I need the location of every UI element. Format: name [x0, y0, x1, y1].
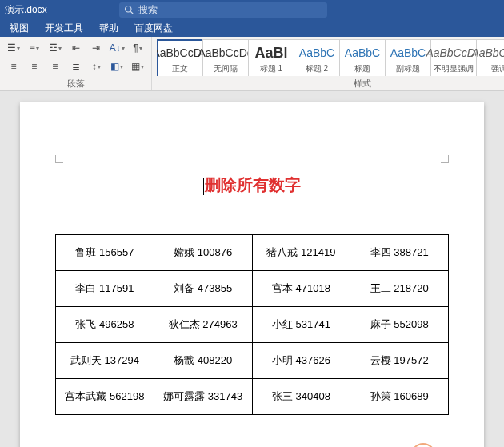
style-item-7[interactable]: AaBbCcDd强调 [476, 39, 504, 76]
search-icon [124, 5, 134, 14]
style-label: 标题 [354, 63, 370, 74]
highlight-ring [410, 443, 436, 447]
table-cell[interactable]: 杨戬 408220 [154, 343, 252, 379]
table-cell[interactable]: 王二 218720 [350, 271, 449, 307]
table-row: 张飞 496258狄仁杰 274963小红 531741麻子 552098 [56, 307, 449, 343]
table-cell[interactable]: 武则天 137294 [56, 343, 154, 379]
table-row: 武则天 137294杨戬 408220小明 437626云樱 197572 [56, 343, 449, 379]
table-cell[interactable]: 小明 437626 [252, 343, 350, 379]
show-marks-button[interactable]: ¶▾ [129, 39, 146, 57]
increase-indent-button[interactable]: ⇥ [87, 39, 105, 57]
table-cell[interactable]: 张三 340408 [252, 379, 350, 415]
shading-button[interactable]: ◧▾ [108, 58, 126, 75]
group-styles: AaBbCcDd正文AaBbCcDd无间隔AaBl标题 1AaBbC标题 2Aa… [152, 37, 504, 90]
style-label: 强调 [491, 63, 504, 74]
search-placeholder: 搜索 [138, 3, 158, 17]
document-area[interactable]: 删除所有数字 鲁班 156557嫦娥 100876猪八戒 121419李四 38… [0, 91, 504, 447]
style-label: 正文 [172, 63, 188, 74]
document-title-text: 删除所有数字 [205, 176, 301, 194]
style-item-3[interactable]: AaBbC标题 2 [294, 39, 340, 76]
style-item-6[interactable]: AaBbCcDd不明显强调 [430, 39, 477, 76]
style-item-5[interactable]: AaBbC副标题 [385, 39, 431, 76]
style-label: 不明显强调 [434, 63, 474, 74]
crop-mark-tr [436, 150, 449, 163]
group-label-styles: 样式 [157, 78, 504, 90]
tab-developer[interactable]: 开发工具 [37, 19, 91, 37]
table-cell[interactable]: 嫦娥 100876 [154, 235, 252, 271]
table-cell[interactable]: 宫本 471018 [252, 271, 350, 307]
table-row: 宫本武藏 562198娜可露露 331743张三 340408孙策 160689 [56, 379, 449, 415]
table-cell[interactable]: 麻子 552098 [350, 307, 449, 343]
style-label: 无间隔 [214, 63, 238, 74]
table-cell[interactable]: 娜可露露 331743 [154, 379, 252, 415]
ribbon-tabs: 视图 开发工具 帮助 百度网盘 [0, 19, 504, 37]
table-cell[interactable]: 孙策 160689 [350, 379, 449, 415]
style-preview: AaBbCcDd [198, 42, 253, 63]
align-right-button[interactable]: ≡ [46, 58, 64, 75]
table-cell[interactable]: 宫本武藏 562198 [56, 379, 154, 415]
group-label-paragraph: 段落 [5, 78, 146, 90]
table-cell[interactable]: 狄仁杰 274963 [154, 307, 252, 343]
table-cell[interactable]: 鲁班 156557 [56, 235, 154, 271]
bullets-button[interactable]: ☰▾ [5, 39, 22, 57]
document-title: 删除所有数字 [55, 174, 449, 196]
style-item-1[interactable]: AaBbCcDd无间隔 [202, 39, 249, 76]
style-item-4[interactable]: AaBbC标题 [339, 39, 386, 76]
style-preview: AaBbC [345, 42, 380, 63]
crop-mark-tl [55, 150, 68, 163]
table-row: 李白 117591刘备 473855宫本 471018王二 218720 [56, 271, 449, 307]
document-filename: 演示.docx [5, 3, 47, 17]
tab-view[interactable]: 视图 [2, 19, 37, 37]
table-cell[interactable]: 猪八戒 121419 [252, 235, 350, 271]
table-row: 鲁班 156557嫦娥 100876猪八戒 121419李四 388721 [56, 235, 449, 271]
justify-button[interactable]: ≣ [67, 58, 85, 75]
line-spacing-button[interactable]: ↕▾ [87, 58, 105, 75]
table-cell[interactable]: 云樱 197572 [350, 343, 449, 379]
numbering-button[interactable]: ≡▾ [26, 39, 43, 57]
borders-button[interactable]: ▦▾ [129, 58, 146, 75]
table-cell[interactable]: 李四 388721 [350, 235, 449, 271]
text-caret [203, 178, 204, 195]
style-item-0[interactable]: AaBbCcDd正文 [157, 39, 203, 76]
align-left-button[interactable]: ≡ [5, 58, 22, 75]
svg-line-1 [130, 11, 133, 14]
align-center-button[interactable]: ≡ [26, 58, 43, 75]
table-cell[interactable]: 李白 117591 [56, 271, 154, 307]
table-cell[interactable]: 刘备 473855 [154, 271, 252, 307]
style-label: 副标题 [396, 63, 420, 74]
style-preview: AaBbC [299, 42, 334, 63]
sort-button[interactable]: A↓▾ [108, 39, 126, 57]
multilevel-list-button[interactable]: ☲▾ [46, 39, 64, 57]
title-bar: 演示.docx 搜索 [0, 0, 504, 19]
tab-help[interactable]: 帮助 [91, 19, 126, 37]
style-label: 标题 2 [306, 63, 328, 74]
style-preview: AaBbCcDd [471, 42, 504, 63]
search-box[interactable]: 搜索 [119, 2, 327, 18]
tab-baidu[interactable]: 百度网盘 [126, 19, 181, 37]
svg-point-0 [125, 6, 131, 13]
page: 删除所有数字 鲁班 156557嫦娥 100876猪八戒 121419李四 38… [20, 102, 484, 447]
ribbon: ☰▾ ≡▾ ☲▾ ⇤ ⇥ A↓▾ ¶▾ ≡ ≡ ≡ ≣ ↕▾ ◧▾ ▦▾ 段落 … [0, 37, 504, 91]
style-label: 标题 1 [260, 63, 282, 74]
style-item-2[interactable]: AaBl标题 1 [248, 39, 294, 76]
decrease-indent-button[interactable]: ⇤ [67, 39, 85, 57]
table-cell[interactable]: 张飞 496258 [56, 307, 154, 343]
group-paragraph: ☰▾ ≡▾ ☲▾ ⇤ ⇥ A↓▾ ¶▾ ≡ ≡ ≡ ≣ ↕▾ ◧▾ ▦▾ 段落 [0, 37, 152, 90]
style-preview: AaBbC [390, 42, 426, 63]
table-cell[interactable]: 小红 531741 [252, 307, 350, 343]
style-preview: AaBl [254, 42, 287, 63]
data-table[interactable]: 鲁班 156557嫦娥 100876猪八戒 121419李四 388721李白 … [55, 234, 449, 415]
